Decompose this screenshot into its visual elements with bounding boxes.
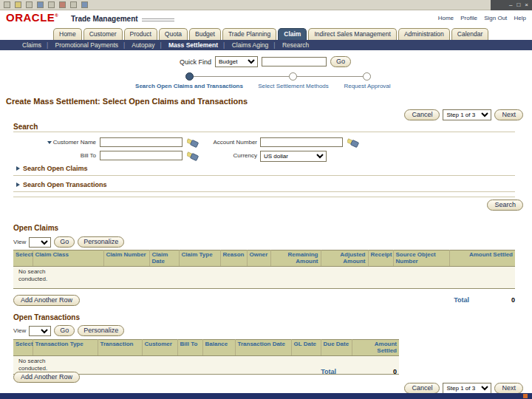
account-number-label: Account Number (194, 139, 257, 146)
tab-quota[interactable]: Quota (159, 28, 188, 40)
taskbar-icon[interactable] (523, 394, 528, 398)
open-transactions-add-row-button[interactable]: Add Another Row (13, 372, 80, 383)
open-claims-total-value: 0 (484, 296, 515, 304)
train-step-2-label[interactable]: Select Settlement Methods (258, 83, 329, 89)
quick-find-go-button[interactable]: Go (330, 56, 351, 67)
search-open-claims-link[interactable]: Search Open Claims (16, 165, 88, 172)
oracle-logo: ORACLE® (6, 11, 58, 24)
tab-budget[interactable]: Budget (189, 28, 221, 40)
tab-calendar[interactable]: Calendar (451, 28, 489, 40)
search-button[interactable]: Search (487, 200, 523, 211)
open-transactions-heading: Open Transactions (13, 313, 80, 321)
column-header: Amount Settled (449, 250, 515, 267)
column-header: Claim Number (103, 250, 149, 267)
column-header: Bill To (177, 340, 202, 356)
column-header: Transaction Date (235, 340, 291, 356)
step-select-bottom[interactable]: Step 1 of 3 (443, 383, 491, 394)
tab-administration[interactable]: Administration (398, 28, 450, 40)
column-header: Claim Date (149, 250, 179, 267)
step-select-top[interactable]: Step 1 of 3 (443, 109, 491, 120)
global-link-signout[interactable]: Sign Out (484, 15, 507, 21)
column-header: Remaining Amount (270, 250, 321, 267)
bill-to-input[interactable] (100, 151, 183, 160)
train-step-1-label[interactable]: Search Open Claims and Transactions (135, 83, 243, 89)
open-claims-view-select[interactable] (29, 237, 51, 248)
global-link-home[interactable]: Home (438, 15, 454, 21)
view-label: View (13, 239, 26, 245)
quick-find-category-select[interactable]: Budget (215, 56, 258, 67)
column-header: Claim Type (179, 250, 220, 267)
subnav-claims-aging[interactable]: Claims Aging (232, 41, 281, 49)
close-icon[interactable]: × (525, 0, 528, 10)
tab-claim[interactable]: Claim (278, 28, 307, 40)
train-step-1-circle[interactable] (185, 72, 194, 81)
table-row: No search conducted. (13, 267, 515, 289)
account-number-input[interactable] (260, 137, 343, 147)
train-step-2-circle[interactable] (289, 72, 297, 81)
tab-product[interactable]: Product (124, 28, 157, 40)
train-step-3-label[interactable]: Request Approval (344, 83, 390, 89)
open-transactions-go-button[interactable]: Go (54, 325, 75, 336)
global-link-help[interactable]: Help (514, 15, 526, 21)
subnav-claims[interactable]: Claims (22, 41, 53, 49)
open-claims-heading: Open Claims (13, 224, 58, 232)
registered-mark: ® (55, 13, 58, 18)
subnav-autopay[interactable]: Autopay (132, 41, 166, 49)
currency-select[interactable]: US dollar (260, 151, 327, 162)
empty-table-message: No search conducted. (18, 358, 59, 372)
open-claims-total-label: Total (432, 296, 469, 304)
open-claims-go-button[interactable]: Go (54, 236, 75, 248)
tab-trade-planning[interactable]: Trade Planning (222, 28, 276, 40)
quick-find-input[interactable] (262, 57, 327, 66)
column-header: Claim Class (33, 250, 103, 267)
table-header-row: Select Transaction Type Transaction Cust… (13, 340, 399, 356)
tab-customer[interactable]: Customer (83, 28, 123, 40)
logo-rule-lines (142, 18, 174, 21)
browser-toolbar-icon[interactable] (81, 1, 88, 8)
browser-toolbar-icon[interactable] (70, 1, 77, 8)
browser-toolbar-icon[interactable] (26, 1, 33, 8)
cancel-button[interactable]: Cancel (404, 383, 440, 394)
tab-home[interactable]: Home (53, 28, 82, 40)
browser-toolbar-icon[interactable] (37, 1, 44, 8)
subnav-promotional-payments[interactable]: Promotional Payments (55, 41, 131, 49)
browser-toolbar (0, 0, 532, 10)
divider (13, 191, 515, 192)
account-number-flashlight-icon[interactable] (347, 137, 359, 147)
next-button[interactable]: Next (494, 383, 523, 394)
open-claims-add-row-button[interactable]: Add Another Row (13, 295, 80, 306)
minimize-icon[interactable]: – (509, 0, 512, 10)
column-header: Receipt (368, 250, 393, 267)
train-step-3-circle[interactable] (363, 72, 371, 81)
browser-toolbar-icon[interactable] (4, 1, 10, 8)
subnav-bar: Claims Promotional Payments Autopay Mass… (0, 40, 532, 50)
oracle-trade-management-page: – □ × ORACLE® Trade Management Home Prof… (0, 0, 532, 399)
open-claims-personalize-button[interactable]: Personalize (78, 236, 124, 248)
open-transactions-personalize-button[interactable]: Personalize (78, 325, 124, 336)
column-header: Transaction (98, 340, 142, 356)
browser-toolbar-icon[interactable] (48, 1, 55, 8)
next-button[interactable]: Next (494, 109, 523, 120)
window-controls: – □ × (491, 0, 532, 10)
open-transactions-view-select[interactable] (29, 326, 51, 336)
column-header: Select (13, 250, 33, 267)
customer-name-input[interactable] (100, 137, 183, 147)
column-header: Transaction Type (33, 340, 98, 356)
table-header-row: Select Claim Class Claim Number Claim Da… (13, 250, 515, 267)
subnav-research[interactable]: Research (282, 41, 309, 49)
browser-toolbar-icon[interactable] (15, 1, 21, 8)
maximize-icon[interactable]: □ (516, 0, 520, 10)
empty-table-message: No search conducted. (18, 268, 59, 283)
search-open-transactions-link[interactable]: Search Open Transactions (16, 181, 107, 188)
tab-indirect-sales-management[interactable]: Indirect Sales Management (308, 28, 396, 40)
column-header: Source Object Number (393, 250, 449, 267)
cancel-button[interactable]: Cancel (404, 109, 440, 120)
disclosure-arrow-icon (16, 183, 20, 187)
quick-find: Quick Find Budget Go (180, 56, 351, 67)
subnav-mass-settlement[interactable]: Mass Settlement (168, 41, 230, 49)
browser-toolbar-icon[interactable] (59, 1, 66, 8)
column-header: Amount Settled (352, 340, 399, 356)
currency-label: Currency (194, 152, 257, 159)
page-title: Create Mass Settlement: Select Open Clai… (6, 97, 248, 106)
global-link-profile[interactable]: Profile (460, 15, 477, 21)
